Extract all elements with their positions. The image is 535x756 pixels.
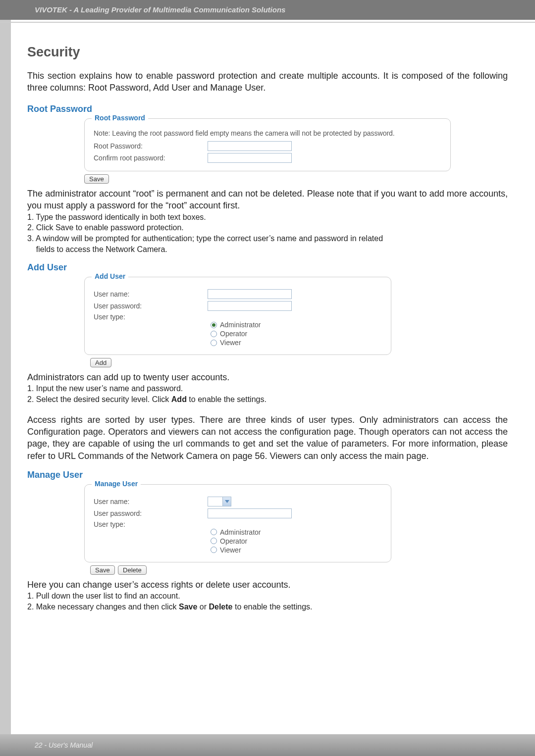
add-user-radio-administrator[interactable] bbox=[211, 322, 217, 328]
chevron-down-icon bbox=[222, 497, 231, 506]
manage-user-name-select[interactable] bbox=[208, 497, 231, 506]
footer-bar: 22 - User's Manual bbox=[0, 734, 535, 756]
manage-user-step-1: 1. Pull down the user list to find an ac… bbox=[27, 591, 508, 602]
root-password-frame: Root Password Note: Leaving the root pas… bbox=[84, 118, 451, 172]
manage-user-frame: Manage User User name: User password: bbox=[84, 484, 391, 562]
add-user-name-input[interactable] bbox=[208, 289, 292, 299]
manage-user-radio-viewer-label: Viewer bbox=[220, 546, 241, 554]
page-root: VIVOTEK - A Leading Provider of Multimed… bbox=[0, 0, 535, 756]
manage-user-legend: Manage User bbox=[92, 480, 141, 488]
manage-user-radio-viewer[interactable] bbox=[211, 547, 217, 553]
add-user-password-label: User password: bbox=[94, 302, 208, 310]
add-user-radio-viewer[interactable] bbox=[211, 340, 217, 346]
left-margin-stripe bbox=[0, 0, 11, 756]
root-password-step-1: 1. Type the password identically in both… bbox=[27, 212, 508, 223]
section-title-add-user: Add User bbox=[27, 262, 508, 273]
section-title-root-password: Root Password bbox=[27, 104, 508, 114]
manage-user-delete-button[interactable]: Delete bbox=[118, 565, 147, 575]
page-title: Security bbox=[27, 45, 508, 60]
footer-page-number: 22 - User's Manual bbox=[35, 741, 93, 749]
header-separator bbox=[0, 22, 535, 23]
manage-user-step-2: 2. Make necessary changes and then click… bbox=[27, 602, 508, 612]
root-password-fieldset: Root Password Note: Leaving the root pas… bbox=[84, 118, 451, 172]
add-user-legend: Add User bbox=[92, 272, 128, 280]
add-user-fieldset: Add User User name: User password: User … bbox=[84, 277, 391, 355]
confirm-root-password-label: Confirm root password: bbox=[94, 154, 208, 162]
manage-user-fieldset: Manage User User name: User password: bbox=[84, 484, 391, 562]
add-user-frame: Add User User name: User password: User … bbox=[84, 277, 391, 355]
confirm-root-password-input[interactable] bbox=[208, 153, 292, 163]
add-user-radio-viewer-label: Viewer bbox=[220, 339, 241, 347]
add-user-step-1: 1. Input the new user’s name and passwor… bbox=[27, 383, 508, 394]
manage-user-type-label: User type: bbox=[94, 520, 208, 528]
root-password-save-button[interactable]: Save bbox=[84, 174, 109, 184]
root-password-step-3a: 3. A window will be prompted for authent… bbox=[27, 233, 508, 244]
root-password-step-3b: fields to access the Network Camera. bbox=[27, 244, 508, 255]
root-password-step-2: 2. Click Save to enable password protect… bbox=[27, 222, 508, 233]
root-password-after-text: The administrator account “root” is perm… bbox=[27, 188, 508, 212]
root-password-input[interactable] bbox=[208, 141, 292, 151]
manage-user-radio-administrator-label: Administrator bbox=[220, 528, 261, 536]
add-user-name-label: User name: bbox=[94, 290, 208, 298]
manage-user-save-button[interactable]: Save bbox=[90, 565, 115, 575]
manage-user-radio-administrator[interactable] bbox=[211, 529, 217, 535]
add-user-type-label: User type: bbox=[94, 313, 208, 321]
manage-user-radio-operator-label: Operator bbox=[220, 537, 247, 545]
add-user-radio-administrator-label: Administrator bbox=[220, 321, 261, 329]
manage-user-radio-operator[interactable] bbox=[211, 538, 217, 544]
content-area: Security This section explains how to en… bbox=[27, 45, 508, 612]
manage-user-desc: Here you can change user’s access rights… bbox=[27, 579, 508, 591]
root-password-label: Root Password: bbox=[94, 142, 208, 150]
add-user-step-2: 2. Select the desired security level. Cl… bbox=[27, 394, 508, 405]
add-user-radio-operator[interactable] bbox=[211, 331, 217, 337]
header-brand-text: VIVOTEK - A Leading Provider of Multimed… bbox=[35, 5, 285, 14]
section-title-manage-user: Manage User bbox=[27, 470, 508, 480]
manage-user-password-label: User password: bbox=[94, 509, 208, 517]
intro-paragraph: This section explains how to enable pass… bbox=[27, 70, 508, 94]
add-user-password-input[interactable] bbox=[208, 301, 292, 311]
root-password-note: Note: Leaving the root password field em… bbox=[94, 129, 441, 139]
access-rights-paragraph: Access rights are sorted by user types. … bbox=[27, 414, 508, 462]
add-user-add-button[interactable]: Add bbox=[90, 358, 111, 367]
add-user-desc: Administrators can add up to twenty user… bbox=[27, 371, 508, 383]
add-user-radio-operator-label: Operator bbox=[220, 330, 247, 338]
manage-user-name-label: User name: bbox=[94, 498, 208, 505]
manage-user-password-input[interactable] bbox=[208, 508, 292, 518]
root-password-legend: Root Password bbox=[92, 114, 148, 122]
